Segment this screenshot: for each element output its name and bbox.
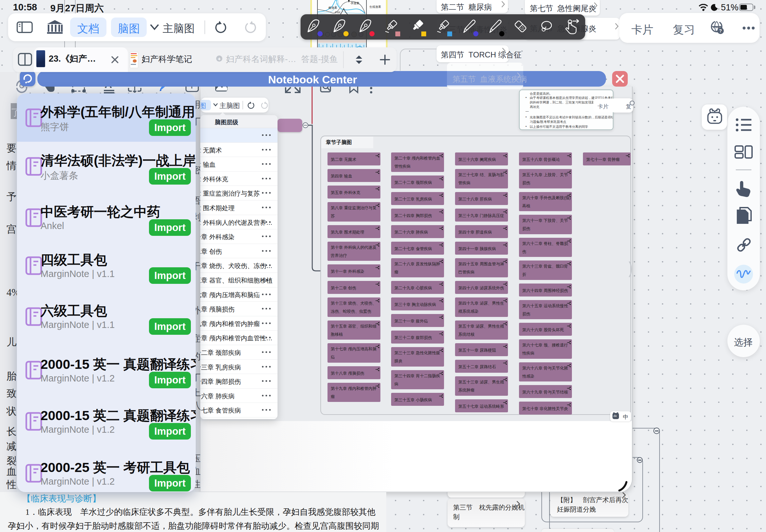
svg-text:A: A: [104, 87, 112, 90]
svg-text:?: ?: [719, 28, 722, 33]
svg-text:T: T: [189, 87, 194, 91]
